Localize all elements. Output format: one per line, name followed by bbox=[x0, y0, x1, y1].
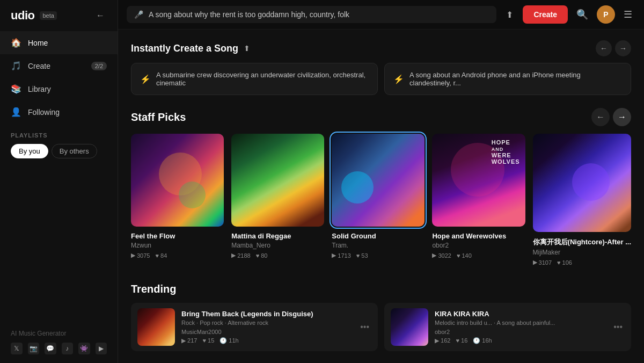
trending-plays-0: ▶ 217 bbox=[181, 337, 197, 344]
trending-more-button-1[interactable]: ••• bbox=[611, 320, 625, 334]
trending-tags-1: Melodic intro build u... · A song about … bbox=[435, 320, 605, 326]
avatar[interactable]: P bbox=[597, 5, 615, 24]
staff-picks-next-button[interactable]: → bbox=[613, 108, 631, 126]
search-wrapper: 🎤 bbox=[127, 6, 496, 23]
trending-thumb-0 bbox=[137, 308, 175, 346]
tiktok-icon[interactable]: ♪ bbox=[62, 343, 74, 354]
sidebar-item-create-label: Create bbox=[28, 62, 50, 70]
trending-tags-0: Rock · Pop rock · Alternative rock bbox=[181, 320, 352, 326]
card-plays-4: ▶ 3107 bbox=[533, 259, 552, 266]
sidebar: udio beta ← 🏠 Home 🎵 Create 2/2 📚 Librar… bbox=[0, 0, 118, 363]
playlist-tab-by-others[interactable]: By others bbox=[52, 144, 97, 158]
card-title-0: Feel the Flow bbox=[131, 232, 224, 240]
instantly-arrows: ← → bbox=[596, 40, 631, 56]
trending-item-1[interactable]: KIRA KIRA KIRA Melodic intro build u... … bbox=[384, 303, 631, 351]
menu-button[interactable]: ☰ bbox=[620, 5, 635, 24]
reddit-icon[interactable]: 👾 bbox=[78, 343, 90, 354]
mic-icon: 🎤 bbox=[134, 10, 143, 19]
trending-info-1: KIRA KIRA KIRA Melodic intro build u... … bbox=[435, 310, 605, 344]
trending-item-0[interactable]: Bring Them Back (Legends in Disguise) Ro… bbox=[131, 303, 378, 351]
card-artist-0: Mzwun bbox=[131, 242, 224, 249]
sidebar-item-library[interactable]: 📚 Library bbox=[0, 77, 118, 100]
card-likes-4: ♥ 106 bbox=[557, 259, 572, 266]
ai-label: AI Music Generator bbox=[11, 330, 107, 337]
instantly-prev-button[interactable]: ← bbox=[596, 40, 612, 56]
card-artist-2: Tram. bbox=[332, 242, 425, 249]
card-likes-1: ♥ 80 bbox=[256, 252, 268, 259]
sidebar-collapse-button[interactable]: ← bbox=[94, 9, 107, 23]
playlists-section: PLAYLISTS By you By others bbox=[0, 124, 118, 163]
instagram-icon[interactable]: 📷 bbox=[28, 343, 40, 354]
sidebar-item-home[interactable]: 🏠 Home bbox=[0, 31, 118, 54]
staff-picks-prev-button[interactable]: ← bbox=[591, 108, 610, 126]
trending-item-title-0: Bring Them Back (Legends in Disguise) bbox=[181, 310, 352, 318]
create-button[interactable]: Create bbox=[523, 5, 568, 24]
prompt-card-0[interactable]: ⚡ A submarine crew discovering an underw… bbox=[131, 63, 378, 95]
card-stats-0: ▶ 3075 ♥ 84 bbox=[131, 252, 224, 259]
instantly-share-button[interactable]: ⬆ bbox=[244, 44, 250, 53]
trending-age-0: 🕐 11h bbox=[219, 337, 238, 344]
staff-picks-header: Staff Picks ← → bbox=[131, 108, 631, 126]
trending-likes-0: ♥ 15 bbox=[202, 337, 214, 344]
sidebar-item-home-label: Home bbox=[28, 39, 48, 47]
trending-thumb-1 bbox=[391, 308, 428, 346]
social-icons: 𝕏 📷 💬 ♪ 👾 ▶ bbox=[11, 343, 107, 354]
trending-more-button-0[interactable]: ••• bbox=[358, 320, 371, 334]
share-button[interactable]: ⬆ bbox=[502, 6, 517, 23]
instantly-create-header: Instantly Create a Song ⬆ ← → bbox=[131, 40, 631, 56]
staff-pick-card-1[interactable]: Mattina di Reggae Mamba_Nero ▶ 2188 ♥ 80 bbox=[231, 134, 324, 266]
card-thumb-0 bbox=[131, 134, 224, 227]
sidebar-item-following-label: Following bbox=[28, 108, 60, 117]
sidebar-item-following[interactable]: 👤 Following bbox=[0, 100, 118, 124]
playlist-tab-by-you[interactable]: By you bbox=[11, 144, 48, 158]
create-badge: 2/2 bbox=[91, 62, 107, 70]
prompt-card-1[interactable]: ⚡ A song about an Android phone and an i… bbox=[384, 63, 631, 95]
staff-pick-card-3[interactable]: HOPEANDWEREWOLVES Hope and Werewolves ob… bbox=[432, 134, 525, 266]
search-input[interactable] bbox=[149, 10, 489, 19]
card-plays-0: ▶ 3075 bbox=[131, 252, 150, 259]
card-plays-3: ▶ 3022 bbox=[432, 252, 451, 259]
youtube-icon[interactable]: ▶ bbox=[96, 343, 107, 354]
home-icon: 🏠 bbox=[11, 38, 21, 48]
staff-pick-card-2[interactable]: Solid Ground Tram. ▶ 1713 ♥ 53 bbox=[332, 134, 425, 266]
trending-info-0: Bring Them Back (Legends in Disguise) Ro… bbox=[181, 310, 352, 344]
instantly-next-button[interactable]: → bbox=[615, 40, 631, 56]
trending-grid: Bring Them Back (Legends in Disguise) Ro… bbox=[131, 303, 631, 351]
lightning-icon-1: ⚡ bbox=[393, 74, 404, 84]
sidebar-item-library-label: Library bbox=[28, 85, 51, 93]
search-button[interactable]: 🔍 bbox=[573, 5, 591, 24]
trending-artist-0: MusicMan2000 bbox=[181, 329, 352, 335]
trending-likes-1: ♥ 16 bbox=[456, 337, 467, 344]
staff-picks-cards: Feel the Flow Mzwun ▶ 3075 ♥ 84 Mattina … bbox=[131, 134, 631, 266]
card-plays-1: ▶ 2188 bbox=[231, 252, 250, 259]
trending-stats-1: ▶ 162 ♥ 16 🕐 16h bbox=[435, 337, 605, 344]
staff-pick-card-4[interactable]: 你离开我后(Nightcore)-After ... MijiMaker ▶ 3… bbox=[533, 134, 631, 266]
card-stats-4: ▶ 3107 ♥ 106 bbox=[533, 259, 631, 266]
card-likes-3: ♥ 140 bbox=[457, 252, 472, 259]
staff-pick-card-0[interactable]: Feel the Flow Mzwun ▶ 3075 ♥ 84 bbox=[131, 134, 224, 266]
sidebar-logo: udio beta ← bbox=[0, 0, 118, 31]
prompt-text-1: A song about an Android phone and an iPh… bbox=[409, 71, 622, 87]
twitter-icon[interactable]: 𝕏 bbox=[11, 343, 23, 354]
card-thumb-4 bbox=[533, 134, 631, 232]
lightning-icon-0: ⚡ bbox=[140, 74, 151, 84]
discord-icon[interactable]: 💬 bbox=[45, 343, 56, 354]
card-thumb-3: HOPEANDWEREWOLVES bbox=[432, 134, 525, 227]
topbar: 🎤 ⬆ Create 🔍 P ☰ bbox=[118, 0, 644, 30]
sidebar-bottom: AI Music Generator 𝕏 📷 💬 ♪ 👾 ▶ bbox=[0, 321, 118, 363]
trending-stats-0: ▶ 217 ♥ 15 🕐 11h bbox=[181, 337, 352, 344]
following-icon: 👤 bbox=[11, 107, 21, 117]
card-artist-3: obor2 bbox=[432, 242, 525, 249]
staff-picks-title: Staff Picks bbox=[131, 111, 186, 124]
logo-beta: beta bbox=[40, 11, 56, 20]
card-stats-1: ▶ 2188 ♥ 80 bbox=[231, 252, 324, 259]
card-title-3: Hope and Werewolves bbox=[432, 232, 525, 240]
trending-item-title-1: KIRA KIRA KIRA bbox=[435, 310, 605, 318]
instantly-create-title: Instantly Create a Song bbox=[131, 43, 238, 54]
card-stats-2: ▶ 1713 ♥ 53 bbox=[332, 252, 425, 259]
card-stats-3: ▶ 3022 ♥ 140 bbox=[432, 252, 525, 259]
card-plays-2: ▶ 1713 bbox=[332, 252, 350, 259]
card-artist-4: MijiMaker bbox=[533, 249, 631, 256]
sidebar-item-create[interactable]: 🎵 Create 2/2 bbox=[0, 54, 118, 77]
card-title-4: 你离开我后(Nightcore)-After ... bbox=[533, 237, 631, 247]
